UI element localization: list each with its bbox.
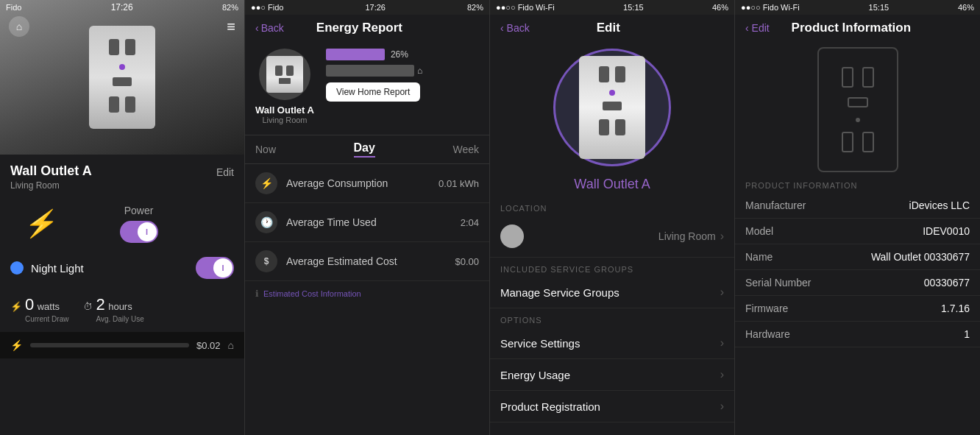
device-info-p1: Wall Outlet A Living Room (10, 163, 92, 191)
cost-value: $0.00 (455, 256, 479, 267)
outlet-ground-slot (113, 77, 132, 86)
consumption-value: 0.01 kWh (438, 178, 479, 189)
cost-icon: $ (255, 250, 277, 272)
thumb-slot-l (275, 66, 283, 76)
watts-unit: watts (38, 301, 60, 312)
outlet-circle-p3 (553, 49, 671, 166)
options-header-p3: OPTIONS (490, 308, 734, 328)
title-area-p1: Wall Outlet A Living Room Edit (0, 155, 244, 197)
product-registration-row[interactable]: Product Registration › (490, 391, 734, 422)
back-label-p2: Back (261, 22, 284, 34)
carrier-label-p2: ●●○ Fido (251, 3, 283, 12)
watts-sub: Current Draw (25, 315, 68, 323)
consumption-icon: ⚡ (255, 172, 277, 194)
service-groups-header-p3: INCLUDED SERVICE GROUPS (490, 258, 734, 277)
watts-value: 0 (25, 295, 34, 314)
p4-bottom-slots (842, 132, 874, 152)
info-icon-p2: ℹ (255, 289, 259, 299)
p4-mid-rect (848, 97, 868, 107)
name-value: Wall Outlet 00330677 (871, 251, 970, 263)
watts-group: 0 watts Current Draw (25, 295, 68, 323)
product-registration-label: Product Registration (500, 400, 720, 413)
serial-label: Serial Number (745, 277, 811, 289)
outlet-illustration-p1 (89, 26, 155, 129)
night-toggle-knob-p1: I (213, 258, 232, 277)
time-value: 2:04 (461, 217, 479, 228)
tab-now[interactable]: Now (255, 144, 276, 155)
outlet-slot-br (125, 96, 135, 113)
time-label-p2: 17:26 (365, 3, 386, 12)
power-controls-p1: ⚡ Power I (0, 197, 244, 251)
outlet-slot-bl (109, 96, 119, 113)
p3-slot-br (615, 119, 625, 135)
power-toggle-p1[interactable]: I (120, 221, 158, 243)
outlet-top-slots (109, 39, 135, 55)
estimated-cost-link[interactable]: Estimated Cost Information (263, 289, 361, 298)
thumb-name-p2: Wall Outlet A (255, 105, 314, 116)
home-bar-fill (326, 65, 414, 77)
outlet-img-p2 (266, 56, 303, 93)
edit-label-p4: Edit (752, 22, 770, 34)
bolt-stat-icon: ⚡ (10, 301, 22, 312)
carrier-label-p4: ●●○○ Fido Wi-Fi (741, 3, 800, 12)
p4-slot-tr (862, 67, 874, 88)
device-room-p1: Living Room (10, 180, 92, 191)
thumb-room-p2: Living Room (262, 116, 307, 124)
toggle-knob-p1: I (138, 222, 157, 241)
tab-day[interactable]: Day (354, 141, 375, 158)
stat-watts-p1: ⚡ 0 watts Current Draw (10, 295, 68, 323)
service-settings-row[interactable]: Service Settings › (490, 328, 734, 359)
power-label-p1: Power (124, 205, 154, 216)
footer-cost: $0.02 (196, 340, 221, 351)
manage-sg-chevron: › (720, 286, 724, 299)
energy-usage-row[interactable]: Energy Usage › (490, 359, 734, 391)
edit-button-p1[interactable]: Edit (216, 163, 234, 178)
hours-group: 2 hours Avg. Daily Use (96, 295, 143, 323)
service-settings-label: Service Settings (500, 337, 720, 350)
menu-button-p1[interactable]: ≡ (227, 16, 235, 37)
page-title-p3: Edit (597, 21, 620, 35)
manage-sg-label: Manage Service Groups (500, 286, 720, 299)
battery-label-p2: 82% (467, 3, 483, 12)
p4-slot-br (862, 132, 874, 152)
tab-week[interactable]: Week (452, 144, 479, 155)
row-firmware: Firmware 1.7.16 (735, 296, 980, 322)
time-label-p3: 15:15 (623, 3, 644, 12)
bolt-icon-p1: ⚡ (7, 201, 77, 247)
outlet-indicator-dot (119, 64, 125, 70)
device-name-p1: Wall Outlet A (10, 163, 92, 179)
panel-product-info: ●●○○ Fido Wi-Fi 15:15 46% ‹ Edit Product… (735, 0, 980, 435)
view-home-report-button[interactable]: View Home Report (326, 82, 421, 102)
thumb-slots-top (275, 66, 294, 76)
footer-home-icon: ⌂ (228, 339, 234, 351)
location-row-p3[interactable]: Living Room › (490, 216, 734, 258)
footer-note-p2: ℹ Estimated Cost Information (245, 281, 489, 306)
back-label-p3: Back (507, 22, 530, 34)
service-settings-chevron: › (720, 336, 724, 350)
model-label: Model (745, 225, 773, 237)
status-bar-p3: ●●○○ Fido Wi-Fi 15:15 46% (490, 0, 734, 15)
model-value: IDEV0010 (923, 225, 970, 237)
location-value-p3: Living Room (658, 230, 716, 242)
night-label-p1: Night Light (31, 262, 188, 275)
manage-service-groups-row[interactable]: Manage Service Groups › (490, 277, 734, 308)
outlet-slot-left (109, 39, 119, 55)
night-toggle-p1[interactable]: I (196, 257, 234, 279)
time-label-p1: 17:26 (111, 2, 133, 13)
thumb-slot-r (286, 66, 294, 76)
list-item-consumption: ⚡ Average Consumption 0.01 kWh (245, 164, 489, 203)
edit-back-button-p4[interactable]: ‹ Edit (745, 22, 770, 34)
battery-label-p1: 82% (222, 3, 238, 12)
p4-top-slots (842, 67, 874, 88)
status-bar-p1: Fido 17:26 82% (0, 0, 244, 15)
back-button-p3[interactable]: ‹ Back (500, 22, 530, 34)
p4-center-dot (856, 118, 860, 122)
pct-bar-fill (326, 49, 385, 60)
back-button-p2[interactable]: ‹ Back (255, 22, 284, 34)
home-icon-p1: ⌂ (16, 21, 22, 32)
home-button-p1[interactable]: ⌂ (9, 16, 29, 37)
list-item-time: 🕐 Average Time Used 2:04 (245, 203, 489, 242)
back-chevron-p3: ‹ (500, 22, 504, 34)
outlet-name-p3: Wall Outlet A (490, 174, 734, 199)
firmware-value: 1.7.16 (941, 303, 970, 314)
